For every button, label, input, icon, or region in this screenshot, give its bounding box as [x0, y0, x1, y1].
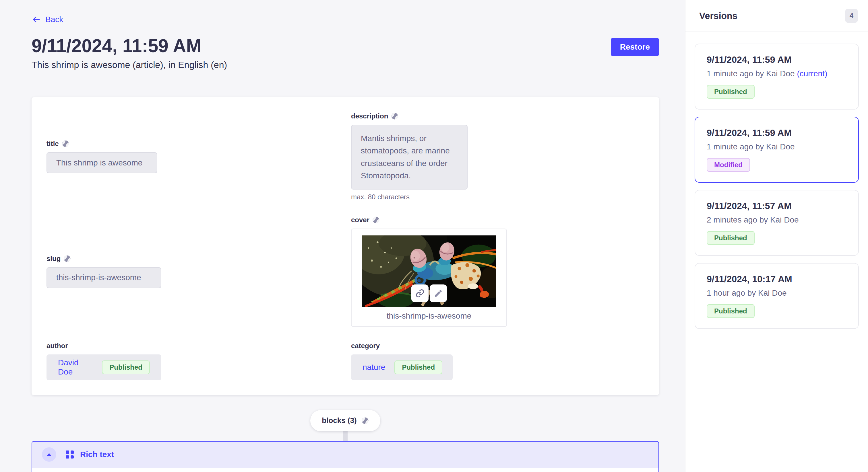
arrow-left-icon	[32, 15, 41, 24]
collapse-block-button[interactable]	[42, 447, 56, 462]
globe-icon	[63, 255, 71, 262]
back-label: Back	[45, 15, 63, 24]
version-meta: 1 minute ago by Kai Doe	[707, 142, 847, 151]
slug-input: this-shrimp-is-awesome	[46, 267, 161, 288]
field-author: author David Doe Published	[46, 342, 340, 380]
version-card[interactable]: 9/11/2024, 11:59 AM 1 minute ago by Kai …	[694, 43, 859, 109]
version-date: 9/11/2024, 11:57 AM	[707, 201, 847, 211]
description-hint: max. 80 characters	[351, 193, 644, 201]
author-relation-box: David Doe Published	[46, 355, 161, 380]
cover-asset-card: this-shrimp-is-awesome	[351, 229, 507, 327]
field-description: description Mantis shrimps, or stomatopo…	[351, 112, 644, 201]
category-field-label: category	[351, 342, 380, 350]
pencil-icon	[434, 289, 443, 298]
cover-caption: this-shrimp-is-awesome	[362, 311, 496, 324]
blocks-zone: blocks (3) Rich text body	[32, 410, 659, 472]
rich-text-block-title: Rich text	[80, 450, 114, 459]
cover-field-label: cover	[351, 216, 369, 224]
globe-icon	[62, 140, 69, 147]
category-relation-link[interactable]: nature	[363, 363, 385, 372]
page-header: 9/11/2024, 11:59 AM This shrimp is aweso…	[32, 35, 659, 70]
version-card[interactable]: 9/11/2024, 10:17 AM 1 hour ago by Kai Do…	[694, 263, 859, 329]
author-relation-link[interactable]: David Doe	[58, 358, 93, 376]
blocks-pill: blocks (3)	[310, 410, 380, 431]
page-title: 9/11/2024, 11:59 AM	[32, 35, 227, 57]
category-status-badge: Published	[394, 361, 442, 374]
version-fields-card: title This shrimp is awesome description…	[32, 97, 659, 395]
author-status-badge: Published	[102, 361, 150, 374]
version-meta: 2 minutes ago by Kai Doe	[707, 215, 847, 225]
main-content: Back 9/11/2024, 11:59 AM This shrimp is …	[0, 0, 685, 472]
title-input: This shrimp is awesome	[46, 152, 157, 173]
versions-title: Versions	[699, 11, 737, 21]
block-connector	[343, 431, 348, 441]
cover-actions	[411, 284, 447, 302]
description-textarea: Mantis shrimps, or stomatopods, are mari…	[351, 125, 468, 190]
rich-text-block: Rich text body	[32, 441, 659, 472]
versions-list: 9/11/2024, 11:59 AM 1 minute ago by Kai …	[685, 32, 868, 340]
description-field-label: description	[351, 112, 388, 120]
version-current-label: (current)	[797, 69, 827, 78]
version-status-badge: Published	[707, 231, 755, 245]
rich-text-block-header[interactable]: Rich text	[32, 442, 658, 468]
field-slug: slug this-shrimp-is-awesome	[46, 255, 340, 288]
rich-text-block-body: body	[32, 468, 658, 472]
edit-asset-button[interactable]	[430, 284, 447, 302]
globe-icon	[391, 112, 398, 120]
link-icon	[415, 289, 425, 298]
versions-count-badge: 4	[845, 9, 858, 23]
title-field-label: title	[46, 140, 59, 148]
globe-icon	[372, 216, 380, 224]
version-status-badge: Modified	[707, 158, 750, 172]
version-status-badge: Published	[707, 304, 755, 318]
category-relation-box: nature Published	[351, 355, 453, 380]
version-card[interactable]: 9/11/2024, 11:57 AM 2 minutes ago by Kai…	[694, 190, 859, 256]
component-grid-icon	[66, 450, 74, 459]
field-title: title This shrimp is awesome	[46, 140, 340, 173]
version-meta: 1 minute ago by Kai Doe (current)	[707, 69, 847, 78]
restore-button[interactable]: Restore	[611, 38, 659, 56]
blocks-pill-label: blocks (3)	[322, 416, 356, 425]
chevron-up-icon	[46, 453, 52, 456]
author-field-label: author	[46, 342, 68, 350]
back-link[interactable]: Back	[32, 15, 63, 24]
version-card-selected[interactable]: 9/11/2024, 11:59 AM 1 minute ago by Kai …	[694, 117, 859, 183]
globe-icon	[361, 417, 369, 425]
version-meta: 1 hour ago by Kai Doe	[707, 289, 847, 298]
version-date: 9/11/2024, 11:59 AM	[707, 128, 847, 138]
version-date: 9/11/2024, 11:59 AM	[707, 55, 847, 65]
slug-field-label: slug	[46, 255, 61, 263]
field-category: category nature Published	[351, 342, 644, 380]
version-date: 9/11/2024, 10:17 AM	[707, 274, 847, 284]
versions-sidebar: Versions 4 9/11/2024, 11:59 AM 1 minute …	[685, 0, 868, 472]
version-status-badge: Published	[707, 85, 755, 99]
field-cover: cover	[351, 216, 644, 327]
versions-header: Versions 4	[685, 0, 868, 32]
copy-link-button[interactable]	[411, 284, 429, 302]
page-subtitle: This shrimp is awesome (article), in Eng…	[32, 60, 227, 70]
